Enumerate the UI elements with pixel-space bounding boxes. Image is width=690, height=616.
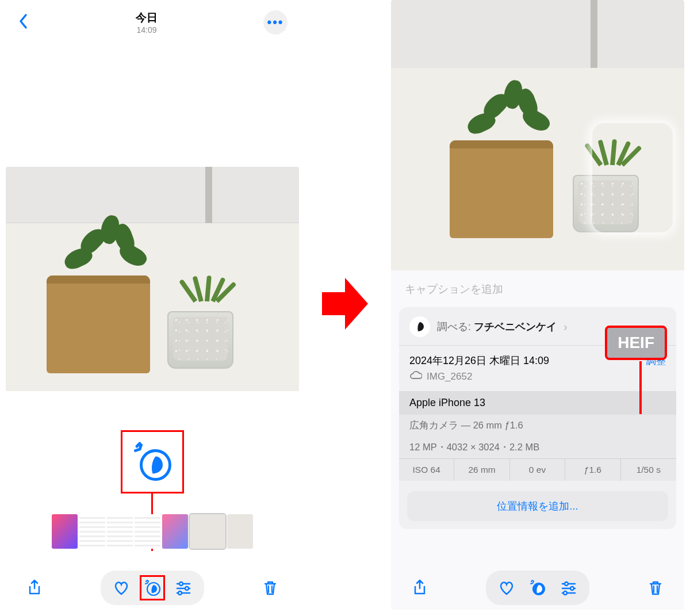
trash-icon — [646, 579, 665, 597]
add-location-button[interactable]: 位置情報を追加... — [407, 491, 668, 521]
share-icon — [25, 579, 44, 597]
delete-button[interactable] — [643, 575, 668, 600]
bottom-toolbar — [6, 571, 299, 605]
photo-content — [6, 167, 299, 391]
visual-lookup-leaf-icon — [143, 579, 162, 597]
visual-lookup-leaf-icon — [131, 441, 174, 484]
thumbnail[interactable] — [52, 514, 78, 549]
chevron-left-icon — [17, 13, 30, 30]
iso-value: ISO 64 — [399, 459, 454, 481]
aperture-value: ƒ1.6 — [565, 459, 620, 481]
annotation-line — [639, 361, 642, 414]
thumbnail[interactable] — [135, 514, 160, 549]
more-button[interactable]: ••• — [263, 10, 288, 35]
share-button[interactable] — [407, 575, 432, 600]
svg-point-7 — [178, 591, 182, 595]
phone-right: キャプションを追加 調べる: フチベニベンケイ › 2024年12月26日 木曜… — [391, 0, 684, 610]
leaf-badge — [409, 316, 430, 337]
title-area: 今日 14:09 — [30, 10, 263, 35]
thumbnail[interactable] — [162, 514, 188, 549]
icloud-icon — [409, 370, 422, 383]
heif-callout-large: HEIF — [605, 326, 667, 360]
adjust-button[interactable] — [556, 575, 581, 600]
arrow-annotation — [322, 278, 368, 332]
metadata-table: Apple iPhone 13 HEIF 広角カメラ — 26 mm ƒ1.6 … — [399, 391, 676, 481]
toolbar-center-group — [101, 571, 204, 605]
svg-point-5 — [185, 587, 189, 590]
photo-date: 2024年12月26日 木曜日 14:09 — [409, 354, 549, 368]
thumbnail-strip[interactable] — [6, 514, 299, 549]
lens-info: 広角カメラ — 26 mm ƒ1.6 — [399, 415, 676, 437]
title-today: 今日 — [30, 10, 263, 25]
svg-point-10 — [565, 582, 568, 586]
bottom-toolbar — [391, 571, 684, 605]
favorite-button[interactable] — [109, 575, 134, 600]
share-icon — [411, 579, 429, 597]
file-row: IMG_2652 — [409, 370, 666, 391]
visual-lookup-callout — [121, 430, 184, 493]
visual-lookup-button[interactable] — [525, 575, 550, 600]
caption-input[interactable]: キャプションを追加 — [391, 270, 684, 307]
title-time: 14:09 — [30, 25, 263, 35]
favorite-button[interactable] — [494, 575, 519, 600]
back-button[interactable] — [17, 13, 30, 32]
photo-detail-view[interactable] — [391, 0, 684, 270]
chevron-right-icon: › — [564, 320, 568, 334]
visual-lookup-button[interactable] — [140, 575, 165, 600]
thumbnail-current[interactable] — [190, 514, 225, 549]
photo-viewer[interactable] — [6, 167, 299, 391]
lookup-result: フチベニベンケイ — [474, 321, 557, 332]
trash-icon — [261, 579, 279, 597]
shutter-value: 1/50 s — [621, 459, 676, 481]
image-stats: 12 MP・4032 × 3024・2.2 MB — [399, 437, 676, 458]
lookup-text: 調べる: フチベニベンケイ — [437, 320, 557, 334]
device-name: Apple iPhone 13 — [409, 397, 485, 409]
ev-value: 0 ev — [510, 459, 565, 481]
photo-content — [391, 0, 684, 270]
delete-button[interactable] — [258, 575, 283, 600]
svg-point-3 — [179, 582, 183, 586]
lookup-prefix: 調べる: — [437, 321, 474, 332]
thumbnail[interactable] — [107, 514, 133, 549]
header: 今日 14:09 ••• — [6, 0, 299, 40]
share-button[interactable] — [22, 575, 47, 600]
filename: IMG_2652 — [427, 371, 472, 382]
thumbnail[interactable] — [79, 514, 105, 549]
ellipsis-icon: ••• — [267, 15, 283, 30]
heart-icon — [112, 579, 131, 597]
toolbar-center-group — [486, 571, 589, 605]
focal-value: 26 mm — [454, 459, 509, 481]
thumbnail[interactable] — [227, 514, 253, 549]
heart-icon — [497, 579, 516, 597]
leaf-icon — [413, 320, 426, 333]
svg-point-12 — [570, 587, 574, 590]
visual-lookup-leaf-icon — [528, 579, 547, 597]
phone-left: 今日 14:09 ••• — [6, 0, 299, 610]
svg-point-14 — [564, 591, 567, 595]
adjust-button[interactable] — [171, 575, 196, 600]
sliders-icon — [174, 579, 193, 597]
sliders-icon — [559, 579, 578, 597]
